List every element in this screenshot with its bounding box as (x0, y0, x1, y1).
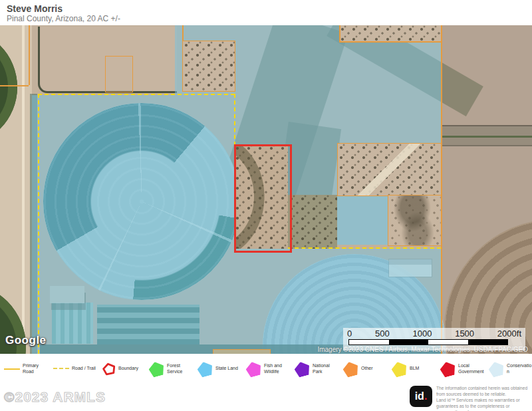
boundary-icon (101, 361, 117, 376)
satellite-map[interactable]: Google Imagery ©2023 CNES / Airbus, Maxa… (0, 25, 532, 354)
legend-item-state-land: State Land (198, 362, 241, 376)
legend-item-blm: BLM (392, 362, 436, 376)
legend-item-primary-road: Primary Road (4, 363, 49, 374)
primary-road-line (29, 25, 30, 85)
local-government-icon (439, 360, 458, 378)
parcel-outline (213, 349, 271, 354)
primary-road-line (182, 25, 184, 41)
road-trail-line (288, 247, 441, 249)
primary-road-line (339, 41, 441, 43)
private-parcel (337, 143, 442, 196)
legend-item-fish-wildlife: Fish and Wildlife (246, 362, 290, 376)
armls-copyright: ©2023 ARMLS (4, 389, 106, 405)
private-parcel (388, 195, 442, 246)
conservation-icon (487, 360, 506, 378)
report-header: Steve Morris Pinal County, Arizona, 20 A… (0, 0, 532, 25)
legend-item-national-park: National Park (295, 362, 338, 376)
state-land-overlay (175, 25, 339, 41)
parcel-outline (105, 56, 133, 92)
state-land-overlay-square (337, 195, 388, 245)
road-trail-line (38, 94, 39, 354)
state-land-icon (196, 360, 215, 378)
legend-item-forest-service: Forest Service (149, 362, 193, 376)
property-description: Pinal County, Arizona, 20 AC +/- (7, 14, 120, 23)
blm-icon (390, 360, 409, 378)
scale-tick-label: 500 (375, 329, 390, 339)
disclaimer-text: The information contained herein was obt… (436, 386, 528, 411)
property-boundary (234, 144, 292, 253)
national-park-icon (293, 360, 312, 378)
scale-bar-segments (348, 339, 508, 345)
legend-item-local-government: Local Government (440, 362, 484, 376)
other-icon (342, 360, 360, 378)
road-trail-line (38, 94, 235, 95)
land-id-logo: id. (410, 386, 432, 407)
road-trail-icon (53, 368, 69, 369)
owner-name: Steve Morris (7, 3, 63, 14)
scale-tick-label: 1500 (455, 329, 474, 339)
primary-road-line (339, 25, 340, 41)
canal-line (441, 136, 532, 138)
left-dirt-road (22, 25, 25, 354)
fish-wildlife-icon (245, 360, 263, 378)
scale-tick-label: 1000 (412, 329, 432, 339)
state-land-overlay (32, 95, 234, 354)
disclaimer-block: id. The information contained herein was… (410, 386, 528, 411)
forest-service-icon (148, 360, 166, 378)
state-land-overlay (288, 144, 337, 195)
scale-tick-label: 2000ft (497, 329, 521, 339)
legend-item-road-trail: Road / Trail (53, 366, 98, 371)
report-footer: ©2023 ARMLS id. The information containe… (0, 384, 532, 411)
legend-item-conservation: Conservation (489, 362, 532, 376)
google-logo[interactable]: Google (5, 334, 47, 347)
legend-item-boundary: Boundary (102, 362, 144, 375)
scale-tick-label: 0 (347, 329, 352, 339)
map-legend: Primary Road Road / Trail Boundary Fores… (0, 354, 532, 384)
primary-road-line (441, 25, 442, 354)
primary-road-icon (4, 368, 20, 370)
map-scale-bar: 0 500 1000 1500 2000ft (343, 328, 525, 350)
private-parcel (182, 41, 235, 92)
wash-parcel (288, 195, 337, 249)
legend-item-other: Other (343, 362, 387, 376)
private-parcel (339, 25, 441, 41)
primary-road-line (0, 85, 29, 86)
state-land-overlay (234, 95, 441, 144)
road-trail-line (234, 94, 235, 146)
